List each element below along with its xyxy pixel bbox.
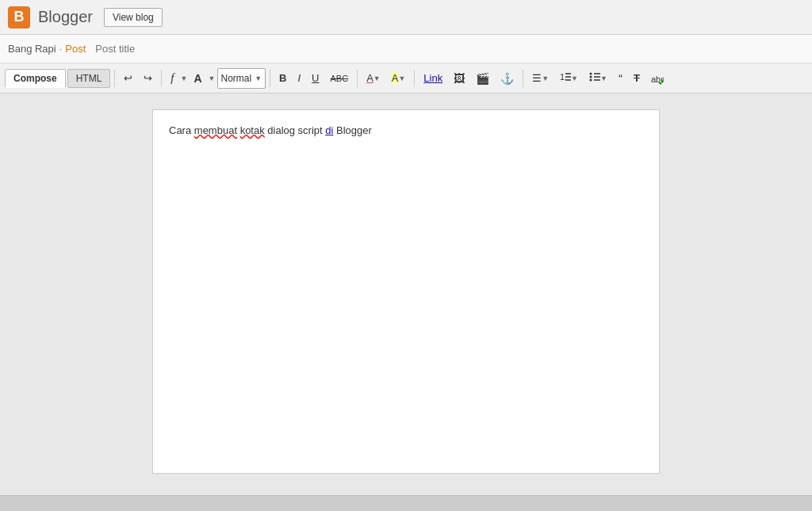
jump-button[interactable]: ⚓ — [496, 68, 519, 89]
highlight-arrow: ▼ — [398, 74, 405, 82]
toolbar-divider-1 — [114, 70, 115, 87]
highlight-label: A — [392, 72, 399, 84]
format-dropdown-arrow: ▼ — [255, 74, 262, 82]
breadcrumb-section: Post — [65, 43, 86, 55]
app-header: B Blogger View blog — [0, 0, 812, 35]
html-tab[interactable]: HTML — [67, 69, 111, 88]
svg-point-4 — [590, 73, 592, 75]
font-dropdown-arrow: ▼ — [181, 74, 188, 82]
text-dialog: dialog script — [265, 124, 326, 136]
text-di: di — [325, 124, 333, 136]
video-button[interactable]: 🎬 — [471, 68, 494, 89]
breadcrumb-site: Bang Rapi — [8, 43, 56, 55]
breadcrumb: Bang Rapi · Post — [0, 35, 812, 63]
spellcheck-button[interactable]: abc — [646, 68, 668, 89]
logo-letter: B — [14, 9, 25, 25]
toolbar-divider-6 — [523, 70, 523, 87]
quote-button[interactable]: “ — [614, 68, 627, 89]
svg-point-6 — [590, 79, 592, 82]
redo-button[interactable]: ↪ — [139, 68, 157, 89]
align-arrow: ▼ — [542, 74, 549, 82]
toolbar-divider-3 — [270, 70, 270, 87]
underline-button[interactable]: U — [307, 68, 324, 89]
link-button[interactable]: Link — [419, 68, 447, 89]
align-icon: ☰ — [532, 72, 542, 84]
compose-tab[interactable]: Compose — [5, 69, 66, 88]
italic-button[interactable]: I — [293, 68, 305, 89]
editor-content[interactable]: Cara membuat kotak dialog script di Blog… — [169, 123, 643, 139]
format-dropdown[interactable]: Normal ▼ — [217, 68, 266, 89]
numbered-list-icon: 1. — [560, 71, 571, 85]
text-blogger: Blogger — [333, 124, 371, 136]
post-title-input[interactable] — [95, 43, 804, 55]
blogger-logo: B — [8, 6, 30, 29]
bullet-list-button[interactable]: ▼ — [584, 68, 612, 89]
text-kotak: kotak — [240, 124, 265, 136]
text-cara: Cara — [169, 124, 194, 136]
site-name: Blogger — [38, 8, 93, 26]
breadcrumb-separator: · — [59, 43, 63, 55]
bullet-list-arrow: ▼ — [600, 74, 607, 82]
numbered-list-button[interactable]: 1. ▼ — [555, 68, 583, 89]
bullet-list-icon — [589, 71, 600, 85]
strikethrough-button[interactable]: ABC — [326, 68, 354, 89]
svg-point-5 — [590, 76, 592, 78]
toolbar-divider-5 — [414, 70, 415, 87]
clear-format-button[interactable]: T — [629, 68, 645, 89]
toolbar-divider-4 — [357, 70, 358, 87]
numbered-list-arrow: ▼ — [571, 74, 578, 82]
view-blog-button[interactable]: View blog — [104, 8, 163, 27]
font-color-arrow: ▼ — [373, 74, 381, 82]
highlight-button[interactable]: A ▼ — [387, 68, 411, 89]
format-dropdown-label: Normal — [221, 73, 252, 84]
toolbar-divider-2 — [161, 70, 162, 87]
align-button[interactable]: ☰ ▼ — [527, 68, 553, 89]
bold-button[interactable]: B — [274, 68, 291, 89]
undo-button[interactable]: ↩ — [119, 68, 137, 89]
editor-container[interactable]: Cara membuat kotak dialog script di Blog… — [152, 109, 660, 474]
text-membuat: membuat — [194, 124, 237, 136]
editor-wrapper: Cara membuat kotak dialog script di Blog… — [0, 93, 812, 490]
font-size-dropdown-arrow: ▼ — [209, 74, 216, 82]
font-button[interactable]: f — [166, 68, 178, 89]
font-color-label: A — [366, 72, 373, 84]
image-button[interactable]: 🖼 — [449, 68, 469, 89]
font-size-button[interactable]: A — [189, 68, 206, 89]
font-color-button[interactable]: A ▼ — [362, 68, 385, 89]
editor-toolbar: Compose HTML ↩ ↪ f ▼ A ▼ Normal ▼ B I U … — [0, 63, 812, 93]
